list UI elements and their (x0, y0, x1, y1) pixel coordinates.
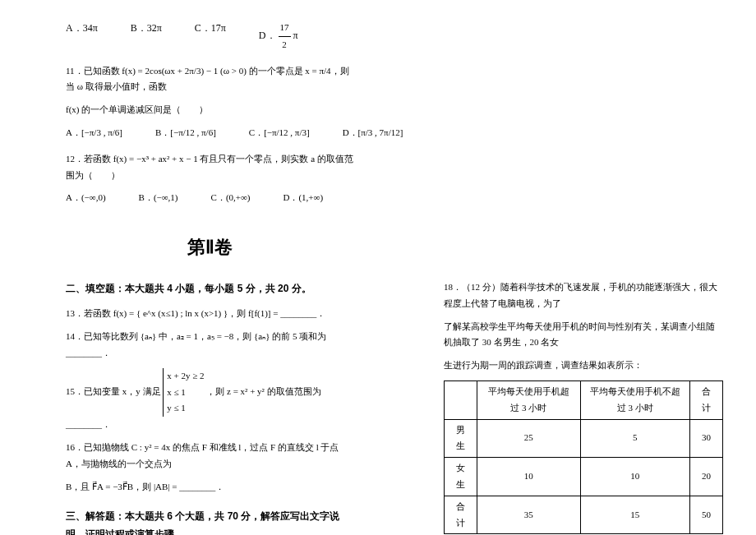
table-row: 女生 10 10 20 (445, 458, 723, 496)
solve-header: 三、解答题：本大题共 6 个大题，共 70 分，解答应写出文字说明、证明过程或演… (66, 508, 353, 535)
table-blank (445, 380, 477, 419)
q18-p1: 18．（12 分）随着科学技术的飞速发展，手机的功能逐渐强大，很大程度上代替了电… (444, 279, 723, 312)
option-b: B．32π (131, 20, 162, 53)
option-b: B．(−∞,1) (139, 190, 178, 206)
q18-p3: 生进行为期一周的跟踪调查，调查结果如表所示： (444, 357, 723, 374)
table-row: 合计 35 15 50 (445, 496, 723, 534)
q10-options: A．34π B．32π C．17π D． 172 π (66, 20, 353, 53)
constraint-brace: x + 2y ≥ 2 x ≤ 1 y ≤ 1 (163, 368, 204, 417)
table-h1: 平均每天使用手机超过 3 小时 (477, 380, 580, 419)
table-row: 男生 25 5 30 (445, 419, 723, 458)
table-h2: 平均每天使用手机不超过 3 小时 (580, 380, 690, 419)
option-a: A．[−π/3 , π/6] (66, 125, 122, 141)
option-b: B．[−π/12 , π/6] (155, 125, 216, 141)
q16: 16．已知抛物线 C : y² = 4x 的焦点 F 和准线 l，过点 F 的直… (66, 440, 353, 473)
q11-text2: f(x) 的一个单调递减区间是（ ） (66, 102, 353, 118)
q11-text: 11．已知函数 f(x) = 2cos(ωx + 2π/3) − 1 (ω > … (66, 63, 353, 96)
fill-blank-header: 二、填空题：本大题共 4 小题，每小题 5 分，共 20 分。 (66, 280, 353, 298)
q16b: B，且 F⃗A = −3F⃗B，则 |AB| = ________． (66, 479, 353, 496)
option-d: D． 172 π (259, 20, 298, 53)
q12-options: A．(−∞,0) B．(−∞,1) C．(0,+∞) D．(1,+∞) (66, 190, 353, 206)
option-a: A．(−∞,0) (66, 190, 106, 206)
option-d: D．(1,+∞) (284, 190, 324, 206)
q13: 13．若函数 f(x) = { e^x (x≤1) ; ln x (x>1) }… (66, 306, 353, 322)
option-a: A．34π (66, 20, 98, 53)
option-c: C．17π (195, 20, 226, 53)
q18-p2: 了解某高校学生平均每天使用手机的时间与性别有关，某调查小组随机抽取了 30 名男… (444, 319, 723, 352)
option-c: C．[−π/12 , π/3] (249, 125, 310, 141)
q14: 14．已知等比数列 {aₙ} 中，a₂ = 1，a₅ = −8，则 {aₙ} 的… (66, 329, 353, 362)
table-h3: 合计 (690, 380, 723, 419)
q12-text: 12．若函数 f(x) = −x³ + ax² + x − 1 有且只有一个零点… (66, 151, 353, 184)
q11-options: A．[−π/3 , π/6] B．[−π/12 , π/6] C．[−π/12 … (66, 125, 353, 141)
q15: 15．已知变量 x，y 满足 x + 2y ≥ 2 x ≤ 1 y ≤ 1 ，则… (66, 368, 353, 433)
option-c: C．(0,+∞) (211, 190, 251, 206)
section-2-title: 第Ⅱ卷 (66, 231, 353, 264)
usage-table: 平均每天使用手机超过 3 小时 平均每天使用手机不超过 3 小时 合计 男生 2… (444, 380, 723, 534)
